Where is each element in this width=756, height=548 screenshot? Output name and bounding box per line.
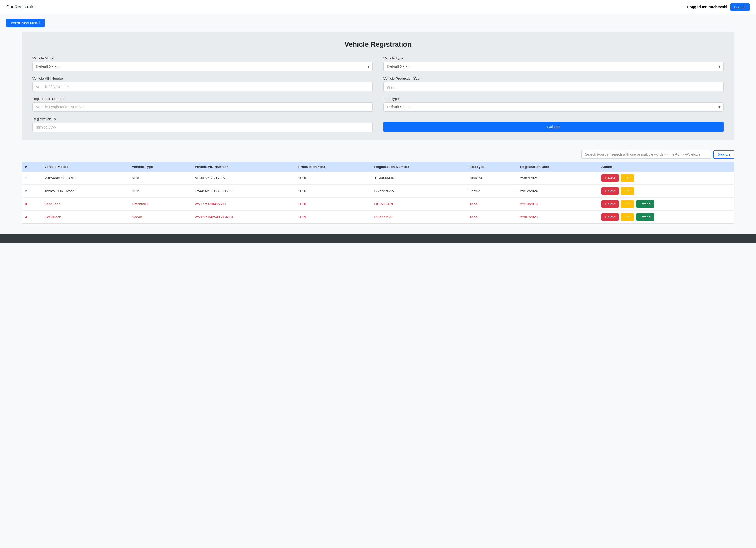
search-bar: Search bbox=[22, 147, 734, 162]
cell-reg-date: 25/02/2024 bbox=[517, 172, 598, 185]
cell-type: Sedan bbox=[129, 211, 191, 224]
cell-id: 2 bbox=[22, 185, 41, 198]
extend-button[interactable]: Extend bbox=[636, 201, 654, 208]
col-fuel: Fuel Type bbox=[465, 162, 517, 172]
app-title: Car Registrator bbox=[6, 5, 36, 9]
header-right: Logged as: Nachevski Logout bbox=[687, 3, 750, 11]
vehicle-registration-form: Vehicle Registration Vehicle Model Defau… bbox=[22, 32, 734, 141]
table-row: 2 Toyota CHR Hybrid SUV TY44562113589521… bbox=[22, 185, 734, 198]
cell-year: 2019 bbox=[295, 211, 371, 224]
vehicle-model-group: Vehicle Model Default Select bbox=[32, 56, 373, 71]
cell-model: Seat Leon bbox=[41, 198, 129, 211]
vehicle-model-select[interactable]: Default Select bbox=[32, 62, 373, 71]
insert-new-model-button[interactable]: Insert New Model bbox=[6, 19, 45, 27]
cell-action: Delete Edit bbox=[598, 185, 734, 198]
vehicle-type-label: Vehicle Type bbox=[383, 56, 724, 60]
production-year-input[interactable] bbox=[383, 82, 724, 91]
cell-fuel: Diesel bbox=[465, 198, 517, 211]
edit-button[interactable]: Edit bbox=[621, 201, 634, 208]
cell-model: VW Arteon bbox=[41, 211, 129, 224]
cell-model: Mercedes G63 AMG bbox=[41, 172, 129, 185]
table-row: 4 VW Arteon Sedan VW12353425435354334 20… bbox=[22, 211, 734, 224]
cell-vin: VW12353425435354334 bbox=[191, 211, 295, 224]
vin-label: Vehicle VIN Number bbox=[32, 76, 373, 81]
footer bbox=[0, 235, 756, 243]
cell-reg-date: 29/12/2024 bbox=[517, 185, 598, 198]
fuel-type-group: Fuel Type Default Select bbox=[383, 97, 724, 112]
edit-button[interactable]: Edit bbox=[621, 175, 634, 182]
cell-reg-date: 22/10/2018 bbox=[517, 198, 598, 211]
cell-year: 2016 bbox=[295, 185, 371, 198]
col-model: Vehicle Model bbox=[41, 162, 129, 172]
vin-group: Vehicle VIN Number bbox=[32, 76, 373, 91]
registration-number-input[interactable] bbox=[32, 102, 373, 112]
edit-button[interactable]: Edit bbox=[621, 213, 634, 221]
cell-reg-number: PP-5552-AE bbox=[371, 211, 465, 224]
cell-type: SUV bbox=[129, 185, 191, 198]
fuel-type-select-wrapper: Default Select bbox=[383, 102, 724, 112]
fuel-type-select[interactable]: Default Select bbox=[383, 102, 724, 112]
registration-number-group: Registration Number bbox=[32, 97, 373, 112]
vin-input[interactable] bbox=[32, 82, 373, 91]
cell-reg-number: TE-8888-MN bbox=[371, 172, 465, 185]
table-section: Search # Vehicle Model Vehicle Type Vehi… bbox=[22, 147, 734, 224]
cell-reg-number: OH-565-DN bbox=[371, 198, 465, 211]
cell-fuel: Gasoline bbox=[465, 172, 517, 185]
cell-year: 2018 bbox=[295, 172, 371, 185]
col-number: # bbox=[22, 162, 41, 172]
production-year-group: Vehicle Production Year bbox=[383, 76, 724, 91]
cell-action: Delete Edit Extend bbox=[598, 211, 734, 224]
cell-id: 4 bbox=[22, 211, 41, 224]
cell-year: 2010 bbox=[295, 198, 371, 211]
cell-model: Toyota CHR Hybrid bbox=[41, 185, 129, 198]
production-year-label: Vehicle Production Year bbox=[383, 76, 724, 81]
registration-to-group: Registration To bbox=[32, 117, 373, 132]
cell-vin: ME8877456212369 bbox=[191, 172, 295, 185]
col-type: Vehicle Type bbox=[129, 162, 191, 172]
vehicle-type-select-wrapper: Default Select bbox=[383, 62, 724, 71]
search-button[interactable]: Search bbox=[713, 151, 734, 159]
submit-button[interactable]: Submit bbox=[383, 122, 724, 132]
edit-button[interactable]: Edit bbox=[621, 188, 634, 195]
delete-button[interactable]: Delete bbox=[601, 201, 619, 208]
vehicle-model-select-wrapper: Default Select bbox=[32, 62, 373, 71]
cell-vin: TY44562113589521232 bbox=[191, 185, 295, 198]
vehicle-model-label: Vehicle Model bbox=[32, 56, 373, 60]
cell-action: Delete Edit Extend bbox=[598, 198, 734, 211]
cell-type: Hatchback bbox=[129, 198, 191, 211]
form-title: Vehicle Registration bbox=[32, 40, 724, 49]
form-grid: Vehicle Model Default Select Vehicle Typ… bbox=[32, 56, 724, 132]
cell-action: Delete Edit bbox=[598, 172, 734, 185]
header: Car Registrator Logged as: Nachevski Log… bbox=[0, 0, 756, 14]
col-vin: Vehicle VIN Number bbox=[191, 162, 295, 172]
col-action: Action bbox=[598, 162, 734, 172]
cell-id: 3 bbox=[22, 198, 41, 211]
delete-button[interactable]: Delete bbox=[601, 175, 619, 182]
logged-as-label: Logged as: Nachevski bbox=[687, 5, 727, 9]
delete-button[interactable]: Delete bbox=[601, 213, 619, 221]
registration-to-input[interactable] bbox=[32, 123, 373, 132]
username: Nachevski bbox=[708, 5, 727, 9]
table-row: 3 Seat Leon Hatchback VW7775698455698 20… bbox=[22, 198, 734, 211]
search-input[interactable] bbox=[581, 150, 711, 159]
vehicles-table-wrapper: # Vehicle Model Vehicle Type Vehicle VIN… bbox=[22, 162, 734, 224]
extend-button[interactable]: Extend bbox=[636, 213, 654, 221]
delete-button[interactable]: Delete bbox=[601, 188, 619, 195]
vehicle-type-select[interactable]: Default Select bbox=[383, 62, 724, 71]
submit-group: Submit bbox=[383, 117, 724, 132]
registration-number-label: Registration Number bbox=[32, 97, 373, 101]
vehicle-type-group: Vehicle Type Default Select bbox=[383, 56, 724, 71]
cell-vin: VW7775698455698 bbox=[191, 198, 295, 211]
cell-fuel: Diesel bbox=[465, 211, 517, 224]
col-reg-number: Registration Number bbox=[371, 162, 465, 172]
col-reg-date: Registration Date bbox=[517, 162, 598, 172]
fuel-type-label: Fuel Type bbox=[383, 97, 724, 101]
table-row: 1 Mercedes G63 AMG SUV ME8877456212369 2… bbox=[22, 172, 734, 185]
cell-fuel: Electric bbox=[465, 185, 517, 198]
registration-to-label: Registration To bbox=[32, 117, 373, 121]
cell-id: 1 bbox=[22, 172, 41, 185]
col-year: Production Year bbox=[295, 162, 371, 172]
topbar: Insert New Model bbox=[0, 14, 756, 32]
table-header-row: # Vehicle Model Vehicle Type Vehicle VIN… bbox=[22, 162, 734, 172]
logout-button[interactable]: Logout bbox=[730, 3, 750, 11]
